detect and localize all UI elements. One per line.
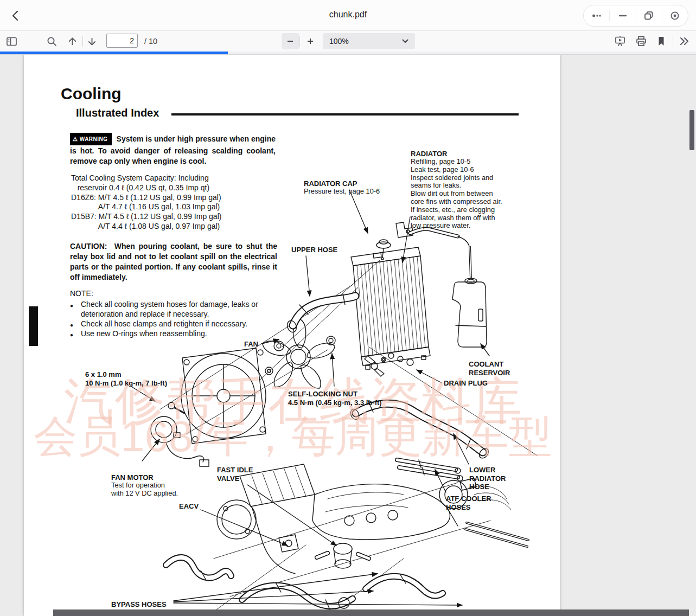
warning-paragraph: ⚠ WARNINGSystem is under high pressure w… xyxy=(70,133,276,166)
note-list: ●Check all cooling system hoses for dama… xyxy=(70,299,284,338)
zoom-in-button[interactable] xyxy=(302,33,319,49)
print-button[interactable] xyxy=(635,35,647,47)
subtitle-rule xyxy=(171,113,519,116)
more-options-button[interactable] xyxy=(584,5,609,26)
section-subtitle: Illustrated Index xyxy=(76,107,159,119)
double-chevron-right-icon xyxy=(678,35,690,47)
toolbar-divider xyxy=(299,36,300,47)
pdf-viewport: Cooling Illustrated Index ⚠ WARNINGSyste… xyxy=(0,54,696,616)
sidebar-toggle-button[interactable] xyxy=(5,35,17,47)
more-tools-button[interactable] xyxy=(678,35,690,47)
watermark-line-2: 会员168/年，每周更新车型 xyxy=(34,408,552,466)
arrow-down-icon xyxy=(86,36,98,47)
label-bolt-spec: 6 x 1.0 mm 10 N·m (1.0 kg-m, 7 lb-ft) xyxy=(85,370,167,387)
section-title: Cooling xyxy=(61,85,122,103)
label-fan-motor: FAN MOTOR Test for operation with 12 V D… xyxy=(111,465,178,506)
minimize-button[interactable] xyxy=(610,5,635,26)
zoom-out-button[interactable] xyxy=(282,33,299,49)
bookmark-button[interactable] xyxy=(655,35,667,47)
capacity-spec-block: Total Cooling System Capacity: Including… xyxy=(71,174,221,232)
previous-page-button[interactable] xyxy=(66,35,78,47)
sidebar-toggle-icon xyxy=(6,36,17,47)
note-item: ●Check all cooling system hoses for dama… xyxy=(70,299,284,319)
minus-icon xyxy=(286,37,294,45)
minimize-icon xyxy=(617,10,628,21)
label-bypass-hoses: BYPASS HOSES xyxy=(111,600,167,609)
loading-progress-fill xyxy=(0,52,228,54)
presentation-mode-button[interactable] xyxy=(614,35,626,47)
label-drain-plug: DRAIN PLUG xyxy=(444,379,488,388)
restore-button[interactable] xyxy=(636,5,662,26)
search-button[interactable] xyxy=(46,35,58,47)
label-radiator: RADIATOR Refilling, page 10-5 Leak test,… xyxy=(411,141,502,239)
caution-label: CAUTION: xyxy=(70,242,107,251)
circle-dot-button[interactable] xyxy=(662,5,688,26)
pdf-page: Cooling Illustrated Index ⚠ WARNINGSyste… xyxy=(24,54,560,616)
caution-paragraph: CAUTION: When pouring coolant, be sure t… xyxy=(70,241,277,283)
label-eacv: EACV xyxy=(179,502,199,511)
search-icon xyxy=(46,36,58,47)
note-label: NOTE: xyxy=(70,289,284,298)
page-number-input[interactable] xyxy=(106,34,138,48)
label-atf-cooler-hoses: ATF COOLER HOSES xyxy=(446,495,491,511)
zoom-level-value: 100% xyxy=(329,37,402,46)
page-total-label: / 10 xyxy=(144,37,157,46)
window-controls xyxy=(583,5,688,27)
label-radiator-cap: RADIATOR CAP Pressure test, page 10-6 xyxy=(304,171,380,204)
bullet-icon: ● xyxy=(70,330,73,340)
more-dots-icon xyxy=(591,10,602,21)
label-fast-idle-valve: FAST IDLE VALVE xyxy=(217,466,253,483)
circle-dot-icon xyxy=(669,10,680,21)
label-upper-hose: UPPER HOSE xyxy=(291,246,337,254)
window-title-bar: chunk.pdf xyxy=(0,0,696,31)
warning-triangle-icon: ⚠ xyxy=(73,136,78,142)
print-icon xyxy=(635,35,647,47)
note-item: ●Use new O-rings when reassembling. xyxy=(70,329,284,338)
pdf-toolbar: / 10 100% xyxy=(0,31,696,52)
vertical-scrollbar-thumb[interactable] xyxy=(689,110,694,150)
label-fan: FAN xyxy=(244,340,258,349)
label-coolant-reservoir: COOLANT RESERVOIR xyxy=(469,360,510,377)
warning-badge: ⚠ WARNING xyxy=(70,133,112,145)
bookmark-icon xyxy=(655,35,667,47)
label-self-locking-nut: SELF-LOCKING NUT 4.5 N·m (0.45 kg-m, 3.3… xyxy=(288,390,382,407)
toolbar-divider xyxy=(82,36,83,47)
horizontal-scrollbar-thumb[interactable] xyxy=(53,609,689,616)
plus-icon xyxy=(307,37,314,45)
toolbar-divider xyxy=(673,36,673,47)
label-lower-radiator-hose: LOWER RADIATOR HOSE xyxy=(469,466,506,491)
chevron-down-icon xyxy=(402,39,408,43)
restore-icon xyxy=(643,10,654,21)
page-edge-tab-marker xyxy=(29,306,38,346)
next-page-button[interactable] xyxy=(86,35,98,47)
note-item: ●Check all hose clamps and retighten if … xyxy=(70,319,284,329)
zoom-level-select[interactable]: 100% xyxy=(323,33,415,49)
arrow-up-icon xyxy=(67,36,78,47)
presentation-mode-icon xyxy=(614,35,626,47)
loading-progress-track xyxy=(0,52,696,55)
note-block: NOTE: ●Check all cooling system hoses fo… xyxy=(70,289,284,338)
bullet-icon: ● xyxy=(70,301,73,311)
